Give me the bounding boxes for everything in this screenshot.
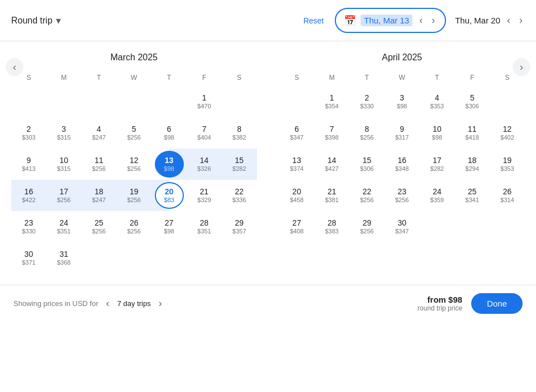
table-row[interactable]: 9$317: [385, 117, 420, 149]
showing-prices-label: Showing prices in USD for: [13, 299, 98, 308]
start-date-next[interactable]: ›: [429, 13, 437, 27]
table-row[interactable]: 30$371: [11, 242, 46, 274]
table-row[interactable]: 2$303: [11, 117, 46, 149]
table-row: -: [116, 242, 151, 274]
april-dow-mon: M: [314, 71, 349, 86]
table-row[interactable]: 26$256: [116, 211, 151, 242]
table-row[interactable]: 14$427: [314, 149, 349, 180]
trip-type-label: Round trip: [11, 16, 53, 26]
header: Round trip ▾ Reset 📅 Thu, Mar 13 ‹ › Thu…: [0, 0, 536, 41]
trip-type-selector[interactable]: Round trip ▾: [11, 15, 61, 27]
april-dow-wed: W: [385, 71, 420, 86]
table-row[interactable]: 19$353: [490, 149, 525, 180]
table-row[interactable]: 4$353: [420, 86, 455, 117]
table-row[interactable]: 18$247: [82, 180, 117, 211]
table-row[interactable]: 14$326: [187, 149, 222, 180]
table-row[interactable]: 20$458: [279, 180, 315, 211]
table-row[interactable]: 21$329: [187, 180, 222, 211]
march-title: March 2025: [11, 52, 257, 63]
table-row[interactable]: 9$413: [11, 149, 46, 180]
table-row[interactable]: 8$382: [222, 117, 257, 149]
table-row[interactable]: 10$315: [46, 149, 82, 180]
table-row[interactable]: 6$347: [279, 117, 315, 149]
table-row: -: [279, 86, 315, 117]
table-row[interactable]: 5$256: [116, 117, 151, 149]
date-selector-group: 📅 Thu, Mar 13 ‹ › Thu, Mar 20 ‹ ›: [335, 8, 525, 33]
table-row[interactable]: 13$374: [279, 149, 315, 180]
table-row[interactable]: 21$381: [314, 180, 349, 211]
table-row[interactable]: 17$256: [46, 180, 82, 211]
table-row[interactable]: 5$306: [454, 86, 490, 117]
table-row[interactable]: 29$256: [349, 211, 385, 242]
table-row[interactable]: 30$347: [385, 211, 420, 242]
table-row[interactable]: 17$282: [420, 149, 455, 180]
chevron-down-icon: ▾: [56, 15, 61, 27]
table-row[interactable]: 11$418: [454, 117, 490, 149]
table-row[interactable]: 22$336: [222, 180, 257, 211]
table-row[interactable]: 27$408: [279, 211, 315, 242]
table-row: -: [82, 242, 117, 274]
table-row[interactable]: 26$314: [490, 180, 525, 211]
april-dow-tue: T: [349, 71, 385, 86]
start-date-pill[interactable]: 📅 Thu, Mar 13 ‹ ›: [335, 8, 446, 33]
table-row[interactable]: 3$315: [46, 117, 82, 149]
table-row[interactable]: 25$256: [82, 211, 117, 242]
table-row[interactable]: 8$256: [349, 117, 385, 149]
table-row[interactable]: 7$404: [187, 117, 222, 149]
april-dow-fri: F: [454, 71, 490, 86]
table-row: -: [490, 86, 525, 117]
march-dow-fri: F: [187, 71, 222, 86]
march-left-arrow[interactable]: ‹: [6, 58, 23, 76]
march-dow-tue: T: [82, 71, 117, 86]
table-row[interactable]: 29$357: [222, 211, 257, 242]
table-row[interactable]: 16$348: [385, 149, 420, 180]
table-row[interactable]: 3$98: [385, 86, 420, 117]
table-row[interactable]: 12$256: [116, 149, 151, 180]
table-row[interactable]: 25$341: [454, 180, 490, 211]
table-row[interactable]: 19$256: [116, 180, 151, 211]
trip-duration-prev[interactable]: ‹: [104, 297, 112, 310]
done-button[interactable]: Done: [471, 293, 523, 314]
table-row[interactable]: 28$351: [187, 211, 222, 242]
table-row[interactable]: 7$398: [314, 117, 349, 149]
table-row: -: [11, 86, 46, 117]
table-row[interactable]: 31$368: [46, 242, 82, 274]
table-row[interactable]: 12$402: [490, 117, 525, 149]
showing-prices: Showing prices in USD for ‹ 7 day trips …: [13, 297, 164, 310]
end-date-next[interactable]: ›: [517, 13, 525, 27]
table-row[interactable]: 15$282: [222, 149, 257, 180]
table-row[interactable]: 1$470: [187, 86, 222, 117]
start-date-prev[interactable]: ‹: [417, 13, 425, 27]
table-row[interactable]: 4$247: [82, 117, 117, 149]
table-row[interactable]: 2$330: [349, 86, 385, 117]
table-row: -: [151, 86, 187, 117]
reset-button[interactable]: Reset: [303, 16, 324, 25]
end-date-display[interactable]: Thu, Mar 20 ‹ ›: [455, 13, 525, 27]
april-grid: S M T W T F S -1$3542$3303$984$3535$306-…: [279, 71, 525, 242]
table-row[interactable]: 11$256: [82, 149, 117, 180]
table-row[interactable]: 13$98: [151, 149, 187, 180]
table-row[interactable]: 10$98: [420, 117, 455, 149]
april-calendar: › April 2025 S M T W T F S -1$3542$3303$…: [279, 52, 525, 274]
april-right-arrow[interactable]: ›: [513, 58, 530, 76]
trip-duration-next[interactable]: ›: [156, 297, 164, 310]
table-row[interactable]: 22$256: [349, 180, 385, 211]
footer: Showing prices in USD for ‹ 7 day trips …: [0, 285, 536, 322]
table-row[interactable]: 27$98: [151, 211, 187, 242]
table-row[interactable]: 16$422: [11, 180, 46, 211]
end-date-prev[interactable]: ‹: [505, 13, 513, 27]
table-row: -: [116, 86, 151, 117]
table-row[interactable]: 24$351: [46, 211, 82, 242]
march-grid: S M T W T F S -----1$470-2$3033$3154$247…: [11, 71, 257, 274]
table-row[interactable]: 23$330: [11, 211, 46, 242]
table-row[interactable]: 15$306: [349, 149, 385, 180]
table-row[interactable]: 1$354: [314, 86, 349, 117]
table-row[interactable]: 18$294: [454, 149, 490, 180]
march-dow-thu: T: [151, 71, 187, 86]
table-row[interactable]: 6$98: [151, 117, 187, 149]
table-row[interactable]: 23$256: [385, 180, 420, 211]
table-row[interactable]: 20$83: [151, 180, 187, 211]
table-row[interactable]: 28$383: [314, 211, 349, 242]
from-price-main: from $98: [418, 295, 462, 304]
table-row[interactable]: 24$359: [420, 180, 455, 211]
